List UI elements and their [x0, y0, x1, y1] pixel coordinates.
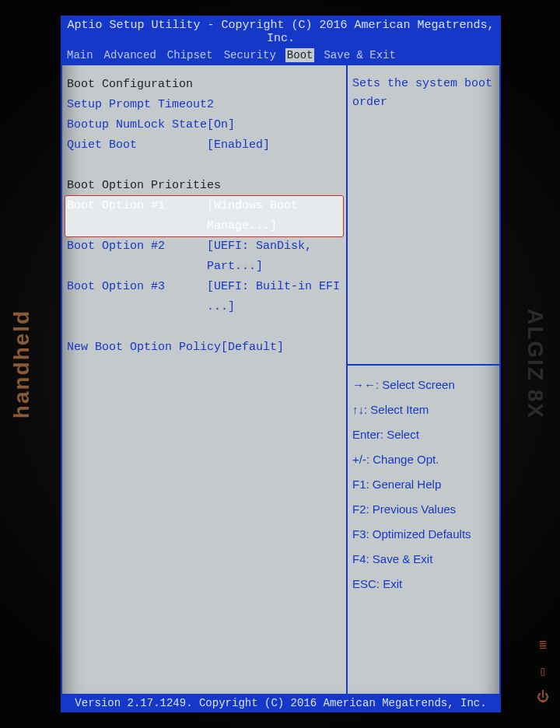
- help-key-2: Enter: Select: [352, 423, 495, 448]
- cfg-row-1-label: Bootup NumLock State: [67, 115, 207, 135]
- cfg-row-2-label: Quiet Boot: [67, 135, 207, 156]
- pane-help: Sets the system boot order →←: Select Sc…: [346, 65, 499, 698]
- help-key-3: +/-: Change Opt.: [352, 448, 495, 473]
- tab-save-exit[interactable]: Save & Exit: [322, 48, 397, 62]
- help-key-4: F1: General Help: [352, 473, 495, 498]
- help-keybindings: →←: Select Screen↑↓: Select ItemEnter: S…: [348, 366, 499, 605]
- boot-option-1[interactable]: Boot Option #1[Windows Boot Manage...]: [65, 196, 343, 236]
- tab-security[interactable]: Security: [222, 48, 278, 62]
- boot-option-3[interactable]: Boot Option #3[UEFI: Built-in EFI ...]: [67, 277, 341, 317]
- bios-content: Boot ConfigurationSetup Prompt Timeout2B…: [61, 65, 501, 700]
- help-key-8: ESC: Exit: [352, 572, 495, 597]
- boot-option-1-value: [Windows Boot Manage...]: [207, 196, 341, 236]
- bios-title: Aptio Setup Utility - Copyright (C) 2016…: [61, 16, 501, 47]
- cfg-row-2[interactable]: Quiet Boot[Enabled]: [67, 135, 341, 156]
- help-key-5: F2: Previous Values: [352, 498, 495, 523]
- cfg-row-1[interactable]: Bootup NumLock State[On]: [67, 115, 341, 135]
- boot-option-2-label: Boot Option #2: [67, 236, 207, 277]
- boot-policy-row-value: [Default]: [221, 338, 341, 358]
- boot-option-1-label: Boot Option #1: [67, 196, 207, 236]
- cfg-row-1-value: [On]: [207, 115, 341, 135]
- boot-policy-row[interactable]: New Boot Option Policy[Default]: [67, 338, 341, 358]
- tab-chipset[interactable]: Chipset: [166, 48, 215, 62]
- tab-main[interactable]: Main: [65, 48, 95, 62]
- cfg-row-0-label: Setup Prompt Timeout: [67, 95, 207, 115]
- help-key-7: F4: Save & Exit: [352, 548, 495, 572]
- bios-footer: Version 2.17.1249. Copyright (C) 2016 Am…: [61, 694, 501, 712]
- bezel-brand-left: handheld: [9, 310, 34, 418]
- boot-option-3-value: [UEFI: Built-in EFI ...]: [207, 277, 341, 317]
- tab-boot[interactable]: Boot: [285, 48, 315, 62]
- boot-option-2[interactable]: Boot Option #2[UEFI: SanDisk, Part...]: [67, 236, 341, 277]
- bios-screen: Aptio Setup Utility - Copyright (C) 2016…: [59, 14, 502, 714]
- bezel-model-right: ALGIZ 8X: [523, 309, 548, 419]
- power-icon: ⏻: [537, 690, 549, 705]
- section-boot-configuration: Boot Configuration: [67, 75, 341, 95]
- bios-menu-tabs[interactable]: MainAdvancedChipsetSecurityBootSave & Ex…: [61, 47, 501, 65]
- help-description: Sets the system boot order: [348, 65, 499, 364]
- help-key-1: ↑↓: Select Item: [352, 398, 495, 423]
- cfg-row-0[interactable]: Setup Prompt Timeout2: [67, 95, 341, 115]
- tab-advanced[interactable]: Advanced: [103, 48, 158, 62]
- cfg-row-2-value: [Enabled]: [207, 135, 341, 156]
- pane-main: Boot ConfigurationSetup Prompt Timeout2B…: [62, 65, 346, 698]
- bezel-status-icons: ≣ ▯ ⏻: [537, 637, 549, 705]
- battery-icon: ▯: [539, 663, 547, 679]
- boot-policy-row-label: New Boot Option Policy: [67, 338, 221, 358]
- section-boot-priorities: Boot Option Priorities: [67, 176, 341, 196]
- help-key-0: →←: Select Screen: [352, 373, 495, 398]
- help-key-6: F3: Optimized Defaults: [352, 523, 495, 548]
- boot-option-3-label: Boot Option #3: [67, 277, 207, 317]
- wifi-icon: ≣: [539, 637, 547, 653]
- cfg-row-0-value: 2: [207, 95, 341, 115]
- boot-option-2-value: [UEFI: SanDisk, Part...]: [207, 236, 341, 277]
